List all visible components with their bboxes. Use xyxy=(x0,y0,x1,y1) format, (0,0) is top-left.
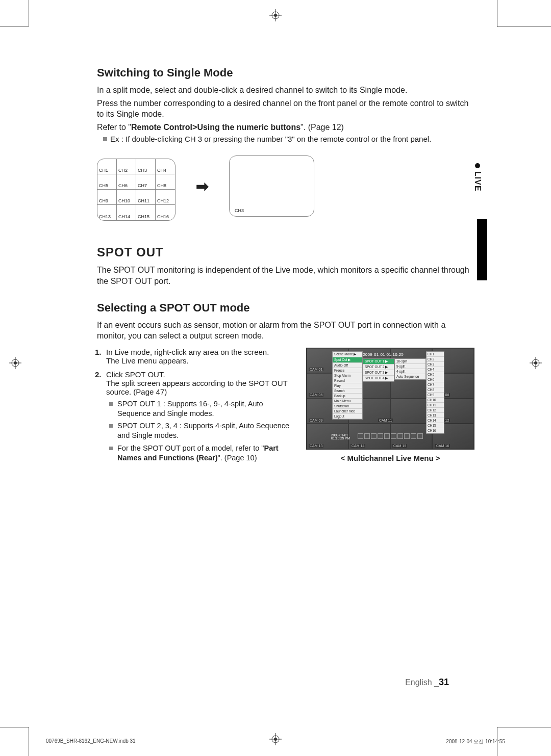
body-text: Press the number corresponding to a desi… xyxy=(97,98,474,120)
sublist-item: SPOT OUT 2, 3, 4 : Supports 4-split, Aut… xyxy=(117,421,296,440)
grid-cell: CH15 xyxy=(136,205,156,220)
bullet-icon xyxy=(103,137,107,141)
grid-cell: CH8 xyxy=(156,174,175,190)
sublist-item: SPOT OUT 1 : Supports 16-, 9-, 4-split, … xyxy=(117,399,296,419)
footer-language: English _31 xyxy=(405,677,449,688)
bullet-icon xyxy=(475,163,480,168)
footer-file: 00769B_SHR-8162_ENG-NEW.indb 31 xyxy=(46,738,136,744)
registration-mark-icon xyxy=(530,357,542,369)
registration-mark-icon xyxy=(269,9,282,21)
grid-cell: CH16 xyxy=(156,205,175,220)
cam-label: CAM 05 xyxy=(309,393,323,397)
grid-cell: CH9 xyxy=(97,190,117,205)
example-text: Ex : If double-clicking CH 3 or pressing… xyxy=(103,135,474,143)
arrow-right-icon: ➡ xyxy=(196,177,209,195)
screenshot-datebox: 2009-01-0101:10:25 PM xyxy=(331,434,350,440)
screenshot-caption: < Multichannel Live Menu > xyxy=(306,454,474,462)
cam-label: CAM 11 xyxy=(378,419,393,422)
screenshot-submenu-1: SPOT OUT 1 ▶SPOT OUT 2 ▶SPOT OUT 3 ▶SPOT… xyxy=(363,358,394,382)
heading-spot-out: SPOT OUT xyxy=(97,245,474,259)
screenshot-live-menu: CAM 01 CAM 05 CAM 08 CAM 09 CAM 11 CAM 1… xyxy=(306,348,474,450)
heading-single-mode: Switching to Single Mode xyxy=(97,66,474,80)
single-view-diagram: CH3 xyxy=(229,155,314,217)
screenshot-date: 2009-01-01 01:10:25 xyxy=(363,352,404,357)
cam-label: CAM 09 xyxy=(309,419,323,422)
screenshot-submenu-3: CH1CH2CH3CH4CH5CH6CH7CH8CH9CH10CH11CH12C… xyxy=(426,351,444,434)
body-text: Refer to "Remote Control>Using the numer… xyxy=(97,122,474,133)
grid-cell: CH12 xyxy=(156,190,175,205)
grid-cell: CH11 xyxy=(136,190,156,205)
cam-label: CAM 01 xyxy=(309,368,323,371)
cam-label: CAM 15 xyxy=(392,444,407,448)
heading-select-spot-out: Selecting a SPOT OUT mode xyxy=(97,301,474,315)
grid-cell: CH5 xyxy=(97,174,117,190)
sublist-item: For the SPOT OUT port of a model, refer … xyxy=(117,444,296,463)
screenshot-toolbar-icons xyxy=(358,433,429,440)
screenshot-menu: Scene Mode ▶Spot Out ▶Audio OffFreezeSto… xyxy=(332,351,363,420)
cam-label: CAM 13 xyxy=(309,444,323,448)
split-grid-diagram: CH1CH2CH3CH4CH5CH6CH7CH8CH9CH10CH11CH12C… xyxy=(97,159,176,221)
grid-cell: CH6 xyxy=(117,174,136,190)
body-text: If an event occurs such as sensor, motio… xyxy=(97,320,474,342)
grid-cell: CH10 xyxy=(117,190,136,205)
side-tab-marker xyxy=(477,219,487,280)
body-text: The SPOT OUT monitoring is independent o… xyxy=(97,265,474,286)
grid-cell: CH2 xyxy=(117,159,136,174)
grid-cell: CH4 xyxy=(156,159,175,174)
grid-cell: CH13 xyxy=(97,205,117,220)
registration-mark-icon xyxy=(9,357,21,369)
registration-mark-icon xyxy=(269,733,282,745)
screenshot-submenu-2: 16-split9-split4-splitAuto Sequence xyxy=(394,358,426,380)
grid-cell: CH7 xyxy=(136,174,156,190)
grid-cell: CH1 xyxy=(97,159,117,174)
grid-cell: CH3 xyxy=(136,159,156,174)
single-channel-label: CH3 xyxy=(235,208,244,213)
step-item: 2.Click SPOT OUT. The split screen appea… xyxy=(106,370,296,463)
diagram-row: CH1CH2CH3CH4CH5CH6CH7CH8CH9CH10CH11CH12C… xyxy=(97,151,474,221)
grid-cell: CH14 xyxy=(117,205,136,220)
cam-label: CAM 14 xyxy=(350,444,365,448)
footer-date: 2008-12-04 오전 10:14:55 xyxy=(446,738,505,745)
cam-label: CAM 16 xyxy=(435,444,450,448)
body-text: In a split mode, select and double-click… xyxy=(97,85,474,96)
step-item: 1.In Live mode, right-click any area on … xyxy=(106,348,296,365)
